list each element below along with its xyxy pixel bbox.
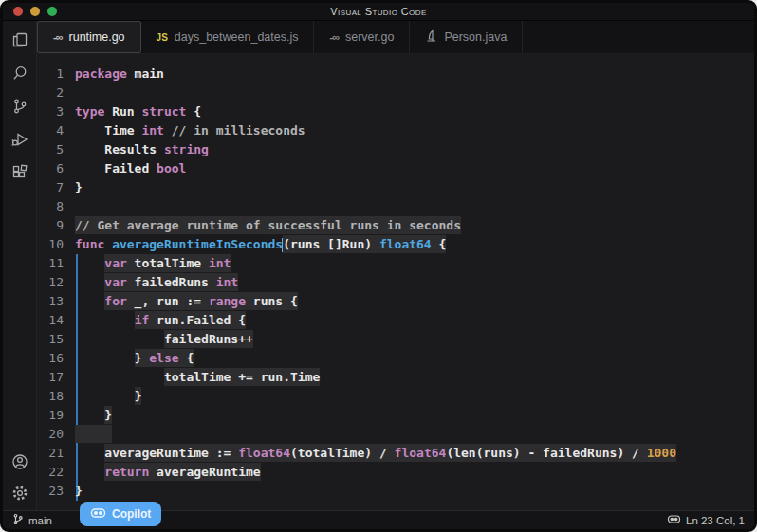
line-number: 18 [37, 387, 75, 406]
tab-person-java[interactable]: Person.java [410, 21, 523, 53]
code-line[interactable]: 11 var totalTime int [37, 254, 754, 273]
line-number: 4 [37, 121, 75, 140]
traffic-lights [13, 3, 57, 20]
code-line[interactable]: 15 failedRuns++ [37, 330, 754, 349]
tab-label: server.go [345, 30, 394, 44]
code-line[interactable]: 16 } else { [37, 349, 754, 368]
copilot-badge[interactable]: Copilot [80, 502, 161, 526]
line-number: 2 [37, 83, 75, 102]
search-icon[interactable] [9, 62, 31, 84]
code-line[interactable]: 23} [37, 482, 754, 501]
run-and-debug-icon[interactable] [9, 128, 31, 151]
java-file-icon [425, 29, 437, 46]
code-line[interactable]: 6 Failed bool [37, 159, 754, 178]
code-line[interactable]: 4 Time int // in milliseconds [37, 121, 754, 140]
copilot-status-icon [667, 513, 681, 527]
branch-name: main [28, 515, 52, 526]
line-number: 14 [37, 311, 75, 330]
code-line[interactable]: 1package main [37, 64, 754, 83]
code-lines: 1package main23type Run struct {4 Time i… [37, 64, 754, 501]
line-number: 11 [37, 254, 75, 273]
code-line[interactable]: 2 [37, 83, 754, 102]
line-number: 16 [37, 349, 75, 368]
tab-runtime-go[interactable]: -∞ runtime.go [37, 21, 141, 53]
extensions-icon[interactable] [9, 161, 31, 184]
activity-bar [3, 21, 37, 510]
code-line[interactable]: 22 return averageRuntime [37, 463, 754, 482]
tab-label: runtime.go [69, 30, 125, 44]
go-file-icon: -∞ [329, 31, 339, 43]
line-number: 21 [37, 444, 75, 463]
line-number: 22 [37, 463, 75, 482]
tab-days-between-dates-js[interactable]: JS days_between_dates.js [141, 21, 315, 53]
line-number: 7 [37, 178, 75, 197]
git-branch-indicator[interactable]: main [12, 513, 52, 527]
tab-label: days_between_dates.js [175, 30, 299, 44]
code-line[interactable]: 8 [37, 197, 754, 216]
line-number: 3 [37, 102, 75, 121]
account-icon[interactable] [9, 450, 31, 473]
line-number: 8 [37, 197, 75, 216]
copilot-label: Copilot [112, 507, 151, 521]
cursor-position-indicator[interactable]: Ln 23 Col, 1 [667, 513, 745, 527]
tab-server-go[interactable]: -∞ server.go [314, 21, 410, 53]
cursor-position: Ln 23 Col, 1 [686, 515, 745, 526]
settings-gear-icon[interactable] [9, 482, 31, 504]
code-line[interactable]: 20 [37, 425, 754, 444]
line-number: 17 [37, 368, 75, 387]
code-line[interactable]: 5 Results string [37, 140, 754, 159]
code-line[interactable]: 19 } [37, 406, 754, 425]
code-editor[interactable]: 1package main23type Run struct {4 Time i… [37, 54, 754, 510]
tab-label: Person.java [444, 30, 507, 44]
code-line[interactable]: 21 averageRuntime := float64(totalTime) … [37, 444, 754, 463]
line-number: 15 [37, 330, 75, 349]
vscode-window: Visual Studio Code [0, 0, 757, 532]
copilot-icon [90, 506, 106, 523]
code-line[interactable]: 10func averageRuntimeInSeconds(runs []Ru… [37, 235, 754, 254]
code-line[interactable]: 7} [37, 178, 754, 197]
tab-bar: -∞ runtime.go JS days_between_dates.js -… [37, 21, 754, 54]
go-file-icon: -∞ [53, 31, 63, 43]
code-line[interactable]: 12 var failedRuns int [37, 273, 754, 292]
line-number: 1 [37, 64, 75, 83]
line-number: 23 [37, 482, 75, 501]
source-control-icon[interactable] [9, 95, 31, 118]
minimize-window-button[interactable] [30, 7, 40, 16]
line-number: 13 [37, 292, 75, 311]
code-line[interactable]: 3type Run struct { [37, 102, 754, 121]
code-line[interactable]: 13 for _, run := range runs { [37, 292, 754, 311]
line-number: 9 [37, 216, 75, 235]
javascript-file-icon: JS [157, 32, 168, 43]
title-bar: Visual Studio Code [3, 3, 754, 21]
code-line[interactable]: 9// Get average runtime of successful ru… [37, 216, 754, 235]
code-line[interactable]: 17 totalTime += run.Time [37, 368, 754, 387]
line-number: 6 [37, 159, 75, 178]
line-number: 5 [37, 140, 75, 159]
code-line[interactable]: 14 if run.Failed { [37, 311, 754, 330]
line-number: 10 [37, 235, 75, 254]
window-title: Visual Studio Code [330, 6, 426, 17]
line-number: 20 [37, 425, 75, 444]
line-number: 12 [37, 273, 75, 292]
maximize-window-button[interactable] [47, 7, 57, 16]
close-window-button[interactable] [13, 7, 23, 16]
line-number: 19 [37, 406, 75, 425]
files-explorer-icon[interactable] [9, 28, 31, 51]
git-branch-icon [12, 513, 24, 527]
code-line[interactable]: 18 } [37, 387, 754, 406]
